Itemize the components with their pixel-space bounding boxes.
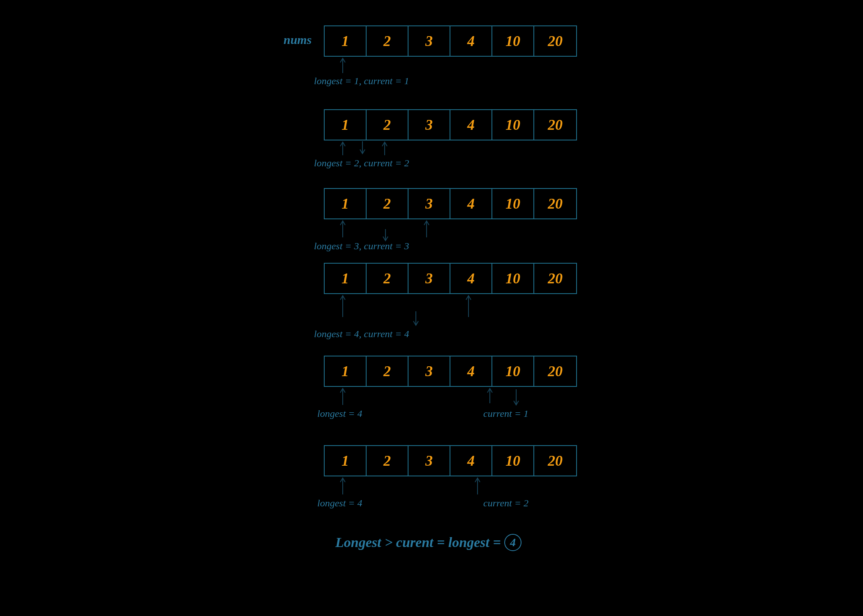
- array-cell: 20: [534, 26, 576, 56]
- array-cell: 1: [325, 264, 367, 293]
- arrow-down-icon: [511, 388, 521, 407]
- arrow-up-icon: [380, 140, 390, 157]
- conclusion-prefix: Longest > curent = longest =: [335, 535, 501, 550]
- diagram-stage: nums 1 2 3 4 10 20 longest = 1, current …: [0, 0, 863, 616]
- step-caption: longest = 2, current = 2: [314, 158, 409, 169]
- array-cell: 20: [534, 446, 576, 476]
- arrow-up-icon: [338, 387, 348, 407]
- array-step-3: 1 2 3 4 10 20: [324, 188, 577, 219]
- arrow-up-icon: [338, 140, 348, 157]
- arrow-up-icon: [422, 219, 432, 239]
- step-caption: longest = 1, current = 1: [314, 76, 409, 87]
- arrow-up-icon: [338, 219, 348, 239]
- array-cell: 2: [367, 189, 408, 218]
- arrow-down-icon: [381, 228, 390, 242]
- array-cell: 10: [492, 446, 534, 476]
- array-cell: 10: [492, 26, 534, 56]
- arrow-up-icon: [338, 476, 348, 496]
- array-cell: 3: [408, 264, 450, 293]
- step-caption-right: current = 1: [483, 408, 528, 419]
- array-cell: 1: [325, 356, 367, 386]
- array-cell: 20: [534, 264, 576, 293]
- conclusion-text: Longest > curent = longest = 4: [335, 534, 521, 551]
- array-cell: 10: [492, 110, 534, 140]
- array-cell: 1: [325, 110, 367, 140]
- step-caption-right: current = 2: [483, 498, 528, 509]
- array-step-4: 1 2 3 4 10 20: [324, 263, 577, 294]
- array-cell: 4: [450, 26, 492, 56]
- array-cell: 1: [325, 446, 367, 476]
- array-cell: 4: [450, 189, 492, 218]
- arrow-up-icon: [338, 294, 348, 319]
- array-cell: 2: [367, 26, 408, 56]
- arrow-up-icon: [464, 294, 473, 319]
- array-cell: 4: [450, 110, 492, 140]
- array-cell: 10: [492, 264, 534, 293]
- array-cell: 10: [492, 356, 534, 386]
- array-cell: 20: [534, 189, 576, 218]
- step-caption-left: longest = 4: [317, 408, 362, 419]
- array-cell: 3: [408, 189, 450, 218]
- array-cell: 20: [534, 356, 576, 386]
- array-cell: 1: [325, 26, 367, 56]
- array-cell: 3: [408, 446, 450, 476]
- array-cell: 3: [408, 26, 450, 56]
- array-cell: 2: [367, 110, 408, 140]
- array-cell: 1: [325, 189, 367, 218]
- array-cell: 2: [367, 264, 408, 293]
- arrow-up-icon: [473, 476, 482, 496]
- step-caption: longest = 4, current = 4: [314, 329, 409, 340]
- conclusion-circled-value: 4: [504, 534, 521, 551]
- array-step-5: 1 2 3 4 10 20: [324, 356, 577, 387]
- array-step-2: 1 2 3 4 10 20: [324, 109, 577, 140]
- array-cell: 2: [367, 446, 408, 476]
- array-cell: 4: [450, 356, 492, 386]
- array-step-6: 1 2 3 4 10 20: [324, 445, 577, 476]
- array-cell: 4: [450, 446, 492, 476]
- array-step-1: 1 2 3 4 10 20: [324, 25, 577, 57]
- arrow-down-icon: [358, 140, 367, 155]
- step-caption-left: longest = 4: [317, 498, 362, 509]
- array-cell: 20: [534, 110, 576, 140]
- nums-label: nums: [284, 33, 312, 47]
- arrow-up-icon: [485, 387, 495, 405]
- array-cell: 10: [492, 189, 534, 218]
- array-cell: 3: [408, 356, 450, 386]
- array-cell: 3: [408, 110, 450, 140]
- array-cell: 4: [450, 264, 492, 293]
- arrow-down-icon: [411, 310, 421, 327]
- array-cell: 2: [367, 356, 408, 386]
- arrow-up-icon: [338, 57, 348, 75]
- step-caption: longest = 3, current = 3: [314, 241, 409, 252]
